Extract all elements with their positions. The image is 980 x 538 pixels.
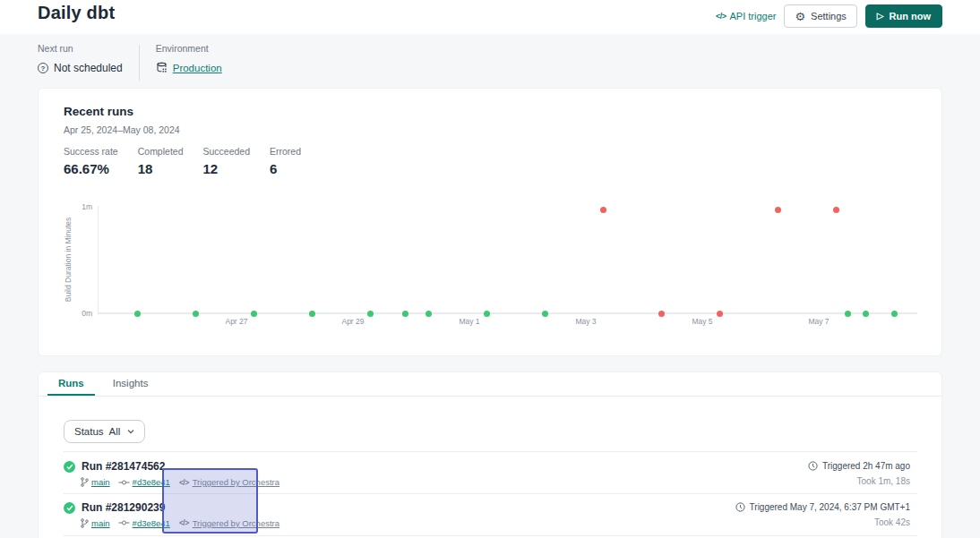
x-tick-label: May 7 (808, 317, 829, 326)
succeeded-run-dot[interactable] (309, 311, 315, 317)
branch-item: main (80, 477, 110, 487)
run-row[interactable]: Run #281474562 main #d3e8e41 (64, 451, 917, 494)
status-filter-dropdown[interactable]: Status All (64, 420, 145, 443)
environment-value: Production (156, 62, 222, 73)
code-icon: </> (179, 478, 189, 487)
x-tick-label: May 1 (459, 317, 479, 326)
errored-run-dot[interactable] (833, 207, 839, 213)
run-subrow: main #d3e8e41 </> Triggered by Orchestra (80, 477, 279, 487)
question-circle-icon: ? (38, 63, 48, 73)
run-now-button[interactable]: ▷ Run now (865, 4, 942, 28)
api-trigger-link[interactable]: </> API trigger (716, 11, 776, 21)
duration-text: Took 1m, 18s (857, 476, 910, 486)
status-filter-value: All (109, 426, 121, 437)
trigger-source: </> Triggered by Orchestra (179, 518, 279, 528)
triggered-time: Triggered 2h 47m ago (808, 461, 910, 471)
errored-run-dot[interactable] (600, 207, 606, 213)
y-axis-line (98, 206, 99, 313)
errored-run-dot[interactable] (658, 311, 665, 317)
runs-card: Runs Insights Status All Run #281474562 (38, 371, 942, 538)
success-check-icon (64, 502, 75, 514)
run-row-main: Run #281474562 main #d3e8e41 (82, 460, 279, 493)
tab-bar: Runs Insights (39, 372, 941, 397)
clock-icon (808, 461, 818, 471)
database-icon (156, 62, 168, 73)
run-row-main: Run #281290239 main #d3e8e41 (82, 501, 279, 536)
trigger-source-link[interactable]: Triggered by Orchestra (193, 477, 279, 487)
status-filter-label: Status (74, 426, 104, 437)
succeeded-run-dot[interactable] (426, 311, 432, 317)
triggered-text: Triggered May 7, 2024, 6:37 PM GMT+1 (750, 502, 910, 512)
succeeded-run-dot[interactable] (402, 311, 408, 317)
run-row[interactable]: Run #281290239 main #d3e8e41 (64, 494, 917, 537)
job-meta: Next run ? Not scheduled Environment Pro… (38, 43, 222, 81)
run-row-left: Run #281290239 main #d3e8e41 (64, 501, 279, 536)
commit-link[interactable]: #d3e8e41 (133, 518, 170, 528)
clock-icon (735, 502, 745, 512)
trigger-source-link[interactable]: Triggered by Orchestra (193, 518, 279, 528)
next-run-text: Not scheduled (54, 62, 123, 74)
code-icon: </> (716, 12, 726, 21)
branch-link[interactable]: main (91, 477, 110, 487)
git-branch-icon (80, 518, 89, 528)
branch-item: main (80, 518, 110, 528)
git-commit-icon (118, 519, 130, 526)
next-run-label: Next run (38, 43, 123, 54)
run-subrow: main #d3e8e41 </> Triggered by Orchestra (80, 518, 279, 528)
settings-label: Settings (811, 11, 847, 21)
x-tick-label: Apr 27 (225, 317, 247, 326)
environment-block: Environment Production (156, 43, 222, 81)
commit-item: #d3e8e41 (118, 477, 170, 487)
meta-divider (139, 45, 140, 81)
chevron-down-icon (127, 429, 134, 434)
run-row-right: Triggered May 7, 2024, 6:37 PM GMT+1 Too… (735, 501, 917, 536)
branch-link[interactable]: main (91, 518, 110, 528)
environment-link[interactable]: Production (173, 63, 222, 73)
succeeded-run-dot[interactable] (845, 311, 851, 317)
x-tick-label: May 5 (692, 317, 712, 326)
page-title: Daily dbt (38, 3, 115, 23)
runs-list: Run #281474562 main #d3e8e41 (64, 451, 917, 536)
y-tick-0m: 0m (76, 309, 92, 318)
git-commit-icon (118, 479, 130, 486)
succeeded-run-dot[interactable] (542, 311, 548, 317)
succeeded-run-dot[interactable] (193, 311, 199, 317)
settings-button[interactable]: ⚙ Settings (784, 4, 856, 28)
run-row-right: Triggered 2h 47m ago Took 1m, 18s (808, 460, 917, 493)
api-trigger-label: API trigger (729, 11, 776, 21)
run-row-left: Run #281474562 main #d3e8e41 (64, 460, 279, 493)
x-tick-label: Apr 29 (341, 317, 364, 326)
succeeded-run-dot[interactable] (251, 311, 257, 317)
triggered-time: Triggered May 7, 2024, 6:37 PM GMT+1 (735, 502, 910, 512)
errored-run-dot[interactable] (717, 311, 723, 317)
play-icon: ▷ (877, 12, 884, 21)
tab-insights[interactable]: Insights (102, 372, 159, 396)
scatter-plot: Build Duration in Minutes 1m 0m Apr 27Ap… (39, 89, 941, 355)
recent-runs-card: Recent runs Apr 25, 2024–May 08, 2024 Su… (38, 88, 942, 356)
succeeded-run-dot[interactable] (891, 311, 898, 317)
next-run-block: Next run ? Not scheduled (38, 43, 123, 81)
triggered-text: Triggered 2h 47m ago (822, 461, 910, 471)
success-check-icon (64, 461, 75, 473)
x-tick-label: May 3 (575, 317, 596, 326)
succeeded-run-dot[interactable] (367, 311, 374, 317)
environment-label: Environment (156, 43, 222, 54)
page-header: Daily dbt </> API trigger ⚙ Settings ▷ R… (0, 0, 980, 34)
run-now-label: Run now (890, 11, 931, 21)
tab-runs[interactable]: Runs (47, 372, 95, 396)
trigger-source: </> Triggered by Orchestra (179, 477, 279, 487)
succeeded-run-dot[interactable] (134, 311, 141, 317)
succeeded-run-dot[interactable] (484, 311, 490, 317)
git-branch-icon (80, 477, 89, 487)
y-tick-1m: 1m (76, 202, 92, 211)
succeeded-run-dot[interactable] (863, 311, 869, 317)
errored-run-dot[interactable] (775, 207, 781, 213)
commit-item: #d3e8e41 (118, 518, 170, 528)
run-title: Run #281290239 (82, 501, 279, 514)
duration-text: Took 42s (874, 517, 910, 527)
code-icon: </> (179, 518, 189, 527)
run-title: Run #281474562 (82, 460, 279, 473)
commit-link[interactable]: #d3e8e41 (133, 477, 170, 487)
x-axis-line (98, 312, 917, 314)
y-axis-title: Build Duration in Minutes (64, 218, 73, 303)
